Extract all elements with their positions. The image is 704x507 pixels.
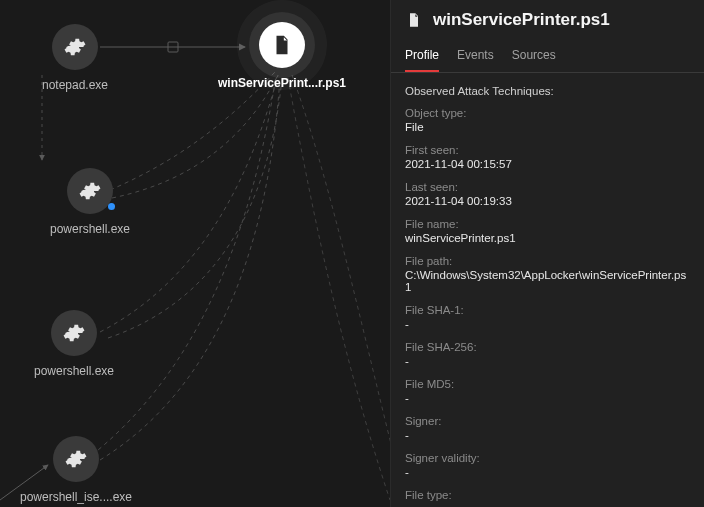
graph-node-file-selected[interactable]: winServicePrint...r.ps1 [222,22,342,90]
field-label: File type: [405,489,690,501]
field-label: Signer validity: [405,452,690,464]
node-label: winServicePrint...r.ps1 [218,76,346,90]
field-label: First seen: [405,144,690,156]
field-file-type: File type: [405,489,690,501]
field-value: File [405,121,690,133]
tab-events[interactable]: Events [457,42,494,72]
tab-sources[interactable]: Sources [512,42,556,72]
field-signer-validity: Signer validity: - [405,452,690,478]
graph-node-powershell-ise[interactable]: powershell_ise....exe [16,436,136,504]
field-signer: Signer: - [405,415,690,441]
field-label: File SHA-1: [405,304,690,316]
field-file-path: File path: C:\Windows\System32\AppLocker… [405,255,690,293]
file-icon [259,22,305,68]
field-value: - [405,466,690,478]
tab-profile[interactable]: Profile [405,42,439,72]
panel-tabs: Profile Events Sources [391,38,704,73]
field-label: Signer: [405,415,690,427]
field-object-type: Object type: File [405,107,690,133]
node-label: powershell_ise....exe [20,490,132,504]
field-value: 2021-11-04 00:15:57 [405,158,690,170]
field-label: File name: [405,218,690,230]
field-file-sha256: File SHA-256: - [405,341,690,367]
field-first-seen: First seen: 2021-11-04 00:15:57 [405,144,690,170]
gear-icon [52,24,98,70]
node-label: powershell.exe [50,222,130,236]
field-label: File path: [405,255,690,267]
field-label: File MD5: [405,378,690,390]
field-value: - [405,318,690,330]
field-value: - [405,392,690,404]
field-file-md5: File MD5: - [405,378,690,404]
field-label: File SHA-256: [405,341,690,353]
file-icon [405,11,423,29]
status-dot-icon [108,203,115,210]
panel-body[interactable]: Observed Attack Techniques: Object type:… [391,73,704,507]
details-panel: winServicePrinter.ps1 Profile Events Sou… [390,0,704,507]
field-value: winServicePrinter.ps1 [405,232,690,244]
field-file-name: File name: winServicePrinter.ps1 [405,218,690,244]
panel-header: winServicePrinter.ps1 [391,0,704,38]
field-value: 2021-11-04 00:19:33 [405,195,690,207]
field-value: - [405,429,690,441]
svg-rect-0 [168,42,178,52]
field-label: Object type: [405,107,690,119]
node-label: notepad.exe [42,78,108,92]
field-value: - [405,355,690,367]
gear-icon [67,168,113,214]
panel-title: winServicePrinter.ps1 [433,10,610,30]
graph-node-notepad[interactable]: notepad.exe [15,24,135,92]
process-graph[interactable]: notepad.exe winServicePrint...r.ps1 powe… [0,0,390,507]
node-label: powershell.exe [34,364,114,378]
observed-techniques-heading: Observed Attack Techniques: [405,85,690,97]
field-file-sha1: File SHA-1: - [405,304,690,330]
gear-icon [53,436,99,482]
graph-node-powershell-1[interactable]: powershell.exe [30,168,150,236]
graph-node-powershell-2[interactable]: powershell.exe [14,310,134,378]
field-label: Last seen: [405,181,690,193]
field-value: C:\Windows\System32\AppLocker\winService… [405,269,690,293]
gear-icon [51,310,97,356]
field-last-seen: Last seen: 2021-11-04 00:19:33 [405,181,690,207]
